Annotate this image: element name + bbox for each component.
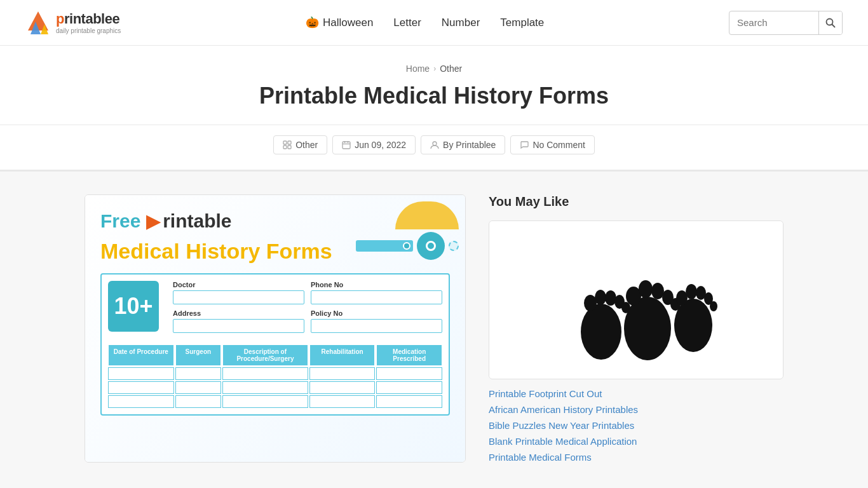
blue-bar xyxy=(356,240,413,252)
svg-point-14 xyxy=(581,304,621,360)
svg-rect-9 xyxy=(342,142,350,149)
sidebar-link-3[interactable]: Blank Printable Medical Application xyxy=(489,436,783,447)
main-content: Free ▶ rintable Medical History Forms 10… xyxy=(72,172,796,485)
grid-header-date: Date of Procedure xyxy=(108,344,174,366)
grid-header-rehab: Rehabilitation xyxy=(309,344,376,366)
form-grid-row xyxy=(108,381,442,394)
main-nav: 🎃 Halloween Letter Number Template xyxy=(306,16,544,29)
svg-line-4 xyxy=(832,24,834,27)
breadcrumb-current: Other xyxy=(440,64,462,74)
form-table-area: 10+ Doctor Phone No xyxy=(100,273,450,416)
logo[interactable]: printablee daily printable graphics xyxy=(25,10,121,36)
yellow-semicircle xyxy=(395,201,459,229)
comment-icon xyxy=(520,140,529,149)
sidebar-link-2[interactable]: Bible Puzzles New Year Printables xyxy=(489,420,783,431)
footprint-area xyxy=(489,221,783,379)
logo-name: printablee xyxy=(56,11,121,27)
footprint-svg xyxy=(553,236,719,363)
form-grid-header: Date of Procedure Surgeon Description of… xyxy=(108,344,442,366)
sidebar-link-4[interactable]: Printable Medical Forms xyxy=(489,452,783,463)
svg-point-16 xyxy=(595,290,606,305)
form-field-doctor: Doctor xyxy=(173,281,304,304)
svg-point-13 xyxy=(433,142,437,146)
decorative-shapes xyxy=(356,201,459,260)
sidebar-thumbnail[interactable] xyxy=(489,220,783,379)
meta-date: Jun 09, 2022 xyxy=(332,135,416,154)
search-icon xyxy=(825,18,836,28)
breadcrumb-separator: › xyxy=(433,64,436,73)
form-field-address: Address xyxy=(173,309,304,333)
search-input[interactable] xyxy=(729,17,818,28)
form-fields-row1: Doctor Phone No xyxy=(173,281,442,304)
form-grid-row xyxy=(108,367,442,380)
svg-point-23 xyxy=(651,283,664,299)
sidebar-links: Printable Footprint Cut Out African Amer… xyxy=(489,388,783,463)
halloween-emoji: 🎃 xyxy=(306,16,319,29)
sidebar-link-0[interactable]: Printable Footprint Cut Out xyxy=(489,388,783,399)
author-icon xyxy=(430,140,439,149)
article-image: Free ▶ rintable Medical History Forms 10… xyxy=(85,194,466,463)
logo-icon xyxy=(25,10,51,36)
form-fields-row2: Address Policy No xyxy=(173,309,442,333)
form-grid-row xyxy=(108,395,442,408)
form-field-phone: Phone No xyxy=(311,281,442,304)
svg-rect-8 xyxy=(288,146,291,149)
form-field-policy: Policy No xyxy=(311,309,442,333)
category-icon xyxy=(283,140,292,149)
page-title: Printable Medical History Forms xyxy=(0,83,868,109)
meta-category[interactable]: Other xyxy=(273,135,327,154)
logo-tagline: daily printable graphics xyxy=(56,27,121,34)
svg-point-31 xyxy=(710,301,717,311)
svg-point-28 xyxy=(686,284,697,299)
meta-author[interactable]: By Printablee xyxy=(421,135,505,154)
sidebar-link-1[interactable]: African American History Printables xyxy=(489,404,783,415)
grid-header-desc: Description of Procedure/Surgery xyxy=(222,344,308,366)
nav-item-number[interactable]: Number xyxy=(442,17,480,29)
svg-point-20 xyxy=(624,297,671,360)
sidebar-heading: You May Like xyxy=(489,194,783,209)
teal-circle xyxy=(417,232,445,260)
breadcrumb: Home › Other xyxy=(0,64,868,74)
svg-rect-7 xyxy=(283,146,287,149)
calendar-icon xyxy=(342,140,351,149)
breadcrumb-home[interactable]: Home xyxy=(406,64,430,74)
sidebar: You May Like xyxy=(489,194,783,463)
form-free-text: Free xyxy=(100,210,146,231)
svg-point-26 xyxy=(674,299,712,352)
page-header: Home › Other Printable Medical History F… xyxy=(0,46,868,125)
svg-point-22 xyxy=(639,280,653,298)
nav-item-halloween[interactable]: 🎃 Halloween xyxy=(306,16,373,29)
svg-point-15 xyxy=(584,295,597,311)
meta-row: Other Jun 09, 2022 By Printablee No Comm… xyxy=(0,125,868,172)
form-arrow: ▶ xyxy=(146,212,160,231)
meta-comments[interactable]: No Comment xyxy=(510,135,594,154)
form-preview: Free ▶ rintable Medical History Forms 10… xyxy=(85,195,465,462)
svg-rect-5 xyxy=(283,141,287,144)
nav-item-template[interactable]: Template xyxy=(500,17,544,29)
grid-header-med: Medication Prescribed xyxy=(376,344,442,366)
search-box xyxy=(729,11,843,35)
site-header: printablee daily printable graphics 🎃 Ha… xyxy=(0,0,868,46)
grid-header-surgeon: Surgeon xyxy=(175,344,222,366)
search-button[interactable] xyxy=(818,11,842,34)
svg-rect-6 xyxy=(288,141,291,144)
form-number: 10+ xyxy=(108,281,159,332)
nav-item-letter[interactable]: Letter xyxy=(393,17,421,29)
form-printable-text: rintable xyxy=(163,210,231,231)
